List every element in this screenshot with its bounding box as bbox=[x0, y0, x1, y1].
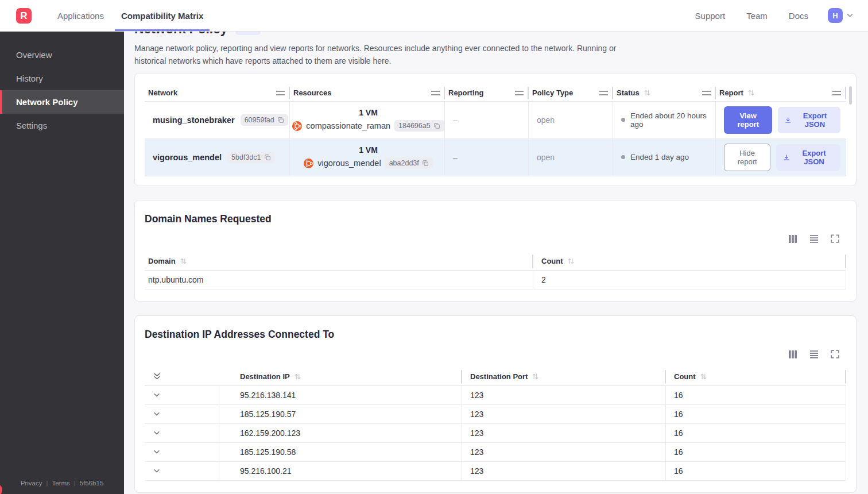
network-id: 60959fad bbox=[245, 116, 274, 124]
fullscreen-icon[interactable] bbox=[831, 350, 839, 358]
network-name: musing_stonebraker bbox=[153, 115, 235, 125]
sidebar-item-history[interactable]: History bbox=[0, 67, 124, 90]
destination-ip-value: 95.216.100.21 bbox=[219, 462, 462, 480]
column-label[interactable]: Count bbox=[541, 257, 563, 265]
expand-row-button[interactable] bbox=[145, 405, 219, 423]
column-label[interactable]: Status bbox=[617, 88, 640, 97]
column-label[interactable]: Reporting bbox=[448, 88, 483, 97]
sort-icon[interactable] bbox=[180, 258, 187, 264]
sidebar-item-overview[interactable]: Overview bbox=[0, 43, 124, 67]
network-policy-table-card: Network Resources Reporting Policy Type … bbox=[134, 73, 857, 186]
avatar[interactable]: H bbox=[828, 8, 843, 23]
sort-icon[interactable] bbox=[747, 90, 755, 96]
status-dot bbox=[621, 155, 625, 159]
column-label[interactable]: Count bbox=[674, 372, 696, 381]
footer-divider: | bbox=[74, 480, 76, 487]
primary-nav: Applications Compatibility Matrix bbox=[49, 0, 212, 31]
vm-name: compassionate_raman bbox=[306, 121, 390, 130]
export-json-button[interactable]: Export JSON bbox=[776, 144, 840, 171]
domain-names-card: Domain Names Requested Domain bbox=[134, 200, 857, 302]
expand-row-button[interactable] bbox=[145, 443, 219, 461]
column-label[interactable]: Resources bbox=[293, 88, 331, 97]
rows-icon[interactable] bbox=[809, 234, 819, 244]
tab-compatibility-matrix[interactable]: Compatibility Matrix bbox=[115, 0, 210, 31]
sidebar-nav: Overview History Network Policy Settings bbox=[0, 32, 124, 137]
column-label[interactable]: Policy Type bbox=[532, 88, 573, 97]
copy-icon bbox=[433, 122, 440, 129]
footer-divider: | bbox=[46, 480, 48, 487]
columns-icon[interactable] bbox=[788, 350, 797, 359]
status-text: Ended 1 day ago bbox=[630, 153, 689, 161]
destination-port-value: 123 bbox=[462, 405, 666, 423]
copy-id-badge[interactable]: 184696a5 bbox=[394, 120, 444, 132]
sidebar: Overview History Network Policy Settings… bbox=[0, 32, 124, 494]
table-toolbar bbox=[145, 350, 846, 359]
count-value: 16 bbox=[666, 443, 846, 461]
count-value: 16 bbox=[666, 405, 846, 423]
hide-report-button[interactable]: Hide report bbox=[724, 144, 770, 171]
copy-id-badge[interactable]: 5bdf3dc1 bbox=[227, 152, 274, 163]
chevron-down-icon bbox=[153, 391, 161, 399]
nav-link-team[interactable]: Team bbox=[746, 11, 768, 21]
resize-handle-icon[interactable] bbox=[515, 91, 524, 95]
terms-link[interactable]: Terms bbox=[52, 480, 69, 487]
destination-table-row: 95.216.138.141 123 16 bbox=[145, 386, 846, 405]
fullscreen-icon[interactable] bbox=[831, 234, 839, 243]
resize-handle-icon[interactable] bbox=[276, 91, 285, 95]
expand-row-button[interactable] bbox=[145, 386, 219, 404]
chevron-down-icon[interactable] bbox=[847, 13, 853, 18]
destination-table-row: 95.216.100.21 123 16 bbox=[145, 462, 846, 481]
network-table-row[interactable]: vigorous_mendel 5bdf3dc1 1 VM vigorous_m… bbox=[145, 139, 846, 176]
count-value: 16 bbox=[666, 462, 846, 480]
destination-ip-value: 185.125.190.58 bbox=[219, 443, 462, 461]
column-label[interactable]: Destination IP bbox=[240, 372, 290, 381]
copy-icon bbox=[264, 154, 271, 161]
sort-icon[interactable] bbox=[532, 373, 539, 380]
resize-handle-icon[interactable] bbox=[599, 91, 608, 95]
network-table-row[interactable]: musing_stonebraker 60959fad 1 VM compass… bbox=[145, 102, 846, 139]
domain-table-row: ntp.ubuntu.com 2 bbox=[145, 271, 846, 290]
ubuntu-icon bbox=[304, 159, 313, 168]
download-icon bbox=[783, 153, 790, 161]
columns-icon[interactable] bbox=[788, 234, 797, 244]
column-label[interactable]: Domain bbox=[148, 257, 176, 265]
column-label[interactable]: Report bbox=[719, 88, 743, 97]
column-label[interactable]: Network bbox=[148, 88, 177, 97]
resize-handle-icon[interactable] bbox=[702, 91, 711, 95]
column-header-domain: Domain bbox=[145, 253, 533, 270]
export-json-button[interactable]: Export JSON bbox=[778, 107, 840, 133]
rows-icon[interactable] bbox=[809, 350, 819, 359]
expand-row-button[interactable] bbox=[145, 424, 219, 442]
tab-label: Compatibility Matrix bbox=[121, 11, 203, 21]
sort-icon[interactable] bbox=[294, 373, 301, 380]
resize-handle-icon[interactable] bbox=[832, 91, 841, 95]
tab-applications[interactable]: Applications bbox=[51, 0, 110, 31]
chevron-down-icon bbox=[153, 410, 161, 418]
destination-table-header: Destination IP Destination Port Count bbox=[145, 368, 846, 386]
double-chevron-down-icon[interactable] bbox=[153, 372, 161, 381]
copy-icon bbox=[277, 117, 284, 124]
copy-id-badge[interactable]: 60959fad bbox=[241, 114, 288, 126]
nav-link-docs[interactable]: Docs bbox=[789, 11, 808, 21]
column-label[interactable]: Destination Port bbox=[470, 372, 528, 381]
copy-id-badge[interactable]: aba2dd3f bbox=[385, 157, 433, 169]
table-scrollbar[interactable] bbox=[849, 86, 852, 105]
privacy-link[interactable]: Privacy bbox=[21, 480, 42, 487]
column-header-reporting: Reporting bbox=[445, 85, 529, 101]
sidebar-item-settings[interactable]: Settings bbox=[0, 114, 124, 137]
export-json-label: Export JSON bbox=[795, 149, 834, 166]
sort-icon[interactable] bbox=[567, 258, 575, 264]
column-header-report: Report bbox=[716, 85, 846, 101]
card-title-destinations: Destination IP Addresses Connected To bbox=[145, 329, 846, 341]
sidebar-item-network-policy[interactable]: Network Policy bbox=[0, 90, 124, 114]
app-logo[interactable]: R bbox=[16, 8, 32, 24]
sort-icon[interactable] bbox=[700, 373, 707, 380]
destination-port-value: 123 bbox=[462, 424, 666, 442]
sort-icon[interactable] bbox=[644, 90, 651, 96]
column-header-destination-ip: Destination IP bbox=[219, 368, 462, 385]
nav-link-support[interactable]: Support bbox=[695, 11, 726, 21]
column-header-destination-port: Destination Port bbox=[462, 368, 666, 385]
resize-handle-icon[interactable] bbox=[431, 91, 440, 95]
view-report-button[interactable]: View report bbox=[724, 106, 772, 134]
expand-row-button[interactable] bbox=[145, 462, 219, 480]
